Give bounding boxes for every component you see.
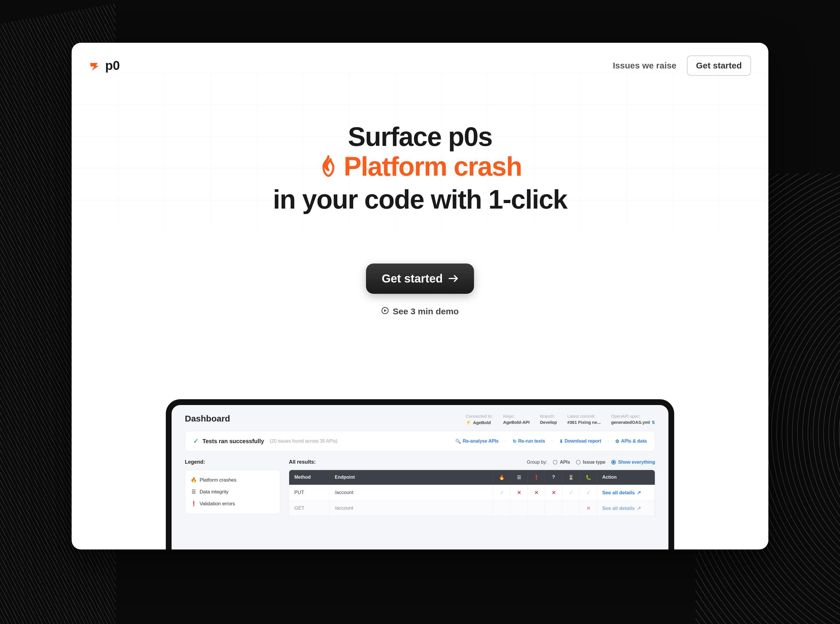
rerun-link[interactable]: ↻Re-run tests <box>513 439 545 444</box>
gear-icon: ⚙ <box>615 439 619 444</box>
group-by-controls: Group by: APIs Issue type Show everythin… <box>527 460 655 465</box>
legend-title: Legend: <box>185 459 280 465</box>
header-nav: Issues we raise Get started <box>613 56 751 76</box>
reanalyse-link[interactable]: 🔍Re-analyse APIs <box>455 439 499 444</box>
see-all-details-link[interactable]: See all details↗ <box>602 490 641 496</box>
logo-text: p0 <box>105 58 120 73</box>
status-actions: 🔍Re-analyse APIs · ↻Re-run tests · ⬇Down… <box>455 439 647 444</box>
external-icon: ↗ <box>637 505 641 511</box>
legend-validation-errors[interactable]: ❗ Validation errors <box>185 498 280 510</box>
show-everything-radio[interactable]: Show everything <box>611 460 655 465</box>
results-title: All results: <box>289 459 316 465</box>
table-row: GET /account ✕ See all details↗ <box>289 500 655 516</box>
download-icon: ⬇ <box>559 439 563 444</box>
meta-commit: Latest commit: #361 Fixing ne... <box>567 414 601 425</box>
refresh-icon: ↻ <box>513 439 516 444</box>
play-icon <box>381 306 389 316</box>
group-by-apis-radio[interactable]: APIs <box>553 460 570 465</box>
legend-data-integrity[interactable]: ☰ Data integrity <box>185 486 280 498</box>
group-by-label: Group by: <box>527 460 547 465</box>
logo[interactable]: p0 <box>89 58 120 73</box>
cta-label: Get started <box>381 272 443 285</box>
exclaim-icon: ❗ <box>191 500 196 507</box>
hero-headline: Surface p0s Platform crash in your code … <box>72 122 768 214</box>
col-action: Action <box>597 470 655 485</box>
meta-openapi: OpenAPI spec: generatedOAS.yml⇅ <box>611 414 655 425</box>
external-icon: ↗ <box>637 490 641 496</box>
hero-accent: Platform crash <box>318 152 522 181</box>
status-title: Tests ran successfully <box>202 438 264 445</box>
legend-platform-crashes[interactable]: 🔥 Platform crashes <box>185 474 280 486</box>
col-bug-icon: 🐛 <box>580 470 597 485</box>
col-method: Method <box>289 470 330 485</box>
dashboard-header: Dashboard Connected to: ⚡AgeBold Repo: A… <box>171 405 669 431</box>
meta-branch: Branch: Develop <box>540 414 557 425</box>
logo-icon <box>89 60 101 72</box>
col-question-icon: ? <box>545 470 562 485</box>
dashboard-title: Dashboard <box>185 414 230 423</box>
see-demo-link[interactable]: See 3 min demo <box>381 306 459 316</box>
hero-line1: Surface p0s <box>348 122 492 151</box>
site-panel: p0 Issues we raise Get started Surface p… <box>72 43 768 550</box>
swap-icon: ⇅ <box>652 420 655 425</box>
issues-we-raise-link[interactable]: Issues we raise <box>613 61 676 71</box>
meta-repo: Repo: AgeBold-API <box>503 414 530 425</box>
flame-icon <box>318 154 338 179</box>
header: p0 Issues we raise Get started <box>72 43 768 76</box>
arrow-right-icon <box>449 272 459 285</box>
results-table: Method Endpoint 🔥 ☰ ❗ ? ⌛ 🐛 Action PUT /… <box>289 470 655 516</box>
hero: Surface p0s Platform crash in your code … <box>72 76 768 316</box>
meta-connected: Connected to: ⚡AgeBold <box>466 414 493 425</box>
col-hourglass-icon: ⌛ <box>562 470 580 485</box>
search-icon: 🔍 <box>455 439 461 444</box>
hero-accent-text: Platform crash <box>344 152 522 181</box>
check-icon: ✓ <box>193 437 198 445</box>
flame-icon: 🔥 <box>191 477 196 483</box>
legend-card: 🔥 Platform crashes ☰ Data integrity ❗ Va… <box>185 470 280 514</box>
dashboard-meta: Connected to: ⚡AgeBold Repo: AgeBold-API… <box>466 414 655 425</box>
download-link[interactable]: ⬇Download report <box>559 439 601 444</box>
col-endpoint: Endpoint <box>330 470 493 485</box>
see-all-details-link[interactable]: See all details↗ <box>602 505 641 511</box>
col-flame-icon: 🔥 <box>493 470 510 485</box>
disk-icon: ☰ <box>191 489 196 495</box>
group-by-issue-radio[interactable]: Issue type <box>576 460 605 465</box>
legend-column: Legend: 🔥 Platform crashes ☰ Data integr… <box>185 459 280 516</box>
col-disk-icon: ☰ <box>510 470 528 485</box>
get-started-nav-button[interactable]: Get started <box>687 56 751 76</box>
apis-data-link[interactable]: ⚙APIs & data <box>615 439 647 444</box>
hero-line3: in your code with 1-click <box>273 185 567 214</box>
status-bar: ✓ Tests ran successfully (20 issues foun… <box>185 431 655 451</box>
table-header: Method Endpoint 🔥 ☰ ❗ ? ⌛ 🐛 Action <box>289 470 655 485</box>
table-row: PUT /account ✓ ✕ ✕ ✕ ✓ ✓ See all details… <box>289 485 655 500</box>
status-sub: (20 issues found across 35 APIs) <box>270 439 337 444</box>
dashboard-preview: Dashboard Connected to: ⚡AgeBold Repo: A… <box>166 399 674 550</box>
demo-text: See 3 min demo <box>393 306 459 316</box>
col-exclaim-icon: ❗ <box>528 470 545 485</box>
get-started-cta[interactable]: Get started <box>366 264 474 294</box>
results-column: All results: Group by: APIs Issue type S… <box>289 459 655 516</box>
